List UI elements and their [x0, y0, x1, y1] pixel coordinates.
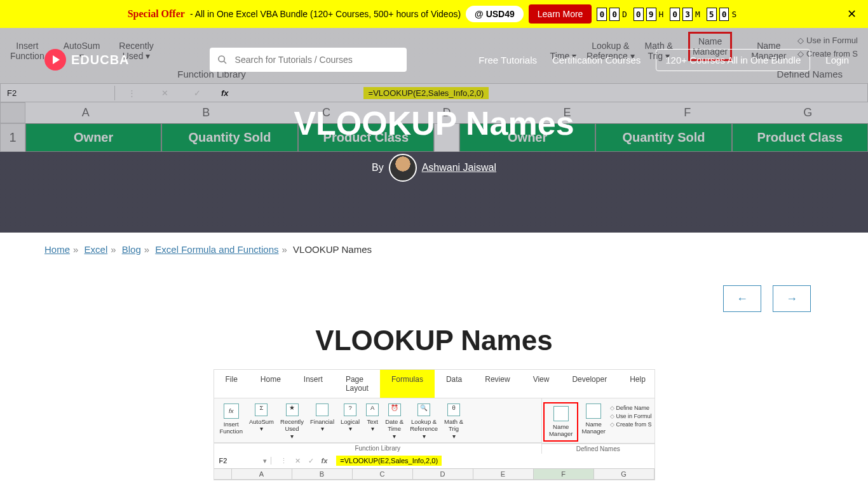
column-headers: A B C D E F G [214, 469, 654, 480]
prev-button[interactable]: ← [723, 285, 761, 312]
tab-view: View [522, 370, 561, 398]
ribbon-name-manager-highlighted: Name Manager [543, 402, 579, 442]
tab-formulas: Formulas [380, 370, 435, 398]
col-f-selected: F [534, 469, 594, 479]
learn-more-button[interactable]: Learn More [529, 4, 592, 24]
breadcrumb: Home» Excel» Blog» Excel Formula and Fun… [0, 233, 868, 266]
tab-home: Home [249, 370, 292, 398]
ribbon-math: θMath & Trig▾ [441, 402, 466, 441]
ribbon-lookup: 🔍Lookup & Reference▾ [407, 402, 441, 441]
promo-text: - All in One Excel VBA Bundle (120+ Cour… [190, 9, 461, 19]
countdown-s1: 5 [707, 8, 717, 21]
breadcrumb-formula[interactable]: Excel Formula and Functions [155, 244, 278, 255]
special-offer-label: Special Offer [128, 8, 185, 20]
next-button[interactable]: → [773, 285, 811, 312]
excel-tabs: File Home Insert Page Layout Formulas Da… [214, 370, 654, 398]
ribbon-defined-names-list: Define Name Use in Formul Create from S [609, 402, 653, 430]
countdown-seconds-label: S [731, 10, 736, 19]
countdown-hours-label: H [659, 10, 664, 19]
tab-file: File [214, 370, 249, 398]
ribbon-recently-used: ★Recently Used▾ [277, 402, 307, 441]
countdown-minutes-label: M [695, 10, 700, 19]
formula-bar: F2 ⋮✕✓fx =VLOOKUP(E2,Sales_Info,2,0) [214, 454, 654, 469]
breadcrumb-excel[interactable]: Excel [85, 244, 108, 255]
countdown-h1: 0 [634, 8, 644, 21]
ribbon-define-name: Define Name [610, 405, 652, 411]
col-g: G [594, 469, 654, 479]
countdown-h2: 9 [646, 8, 656, 21]
article-title: VLOOKUP Names [0, 325, 868, 356]
ribbon-insert-function: fxInsert Function [217, 402, 246, 437]
page-title: VLOOKUP Names [294, 104, 574, 142]
promo-bar: Special Offer - All in One Excel VBA Bun… [0, 0, 868, 28]
tab-page-layout: Page Layout [334, 370, 380, 398]
breadcrumb-home[interactable]: Home [44, 244, 70, 255]
countdown-days-label: D [622, 10, 627, 19]
author-avatar [389, 154, 417, 182]
close-icon[interactable]: ✕ [847, 7, 857, 21]
author-link[interactable]: Ashwani Jaiswal [422, 162, 496, 173]
tab-help: Help [618, 370, 657, 398]
countdown-d1: 0 [597, 8, 607, 21]
excel-ribbon: fxInsert Function ΣAutoSum▾ ★Recently Us… [214, 398, 541, 443]
col-c: C [353, 469, 413, 479]
cell-reference: F2 [214, 457, 271, 464]
ribbon-use-in-formula: Use in Formul [610, 413, 652, 419]
function-library-label: Function Library [214, 443, 541, 453]
ribbon-create-from: Create from S [610, 421, 652, 428]
col-b: B [292, 469, 353, 479]
price-badge: @ USD49 [466, 6, 524, 22]
author-row: By Ashwani Jaiswal [372, 154, 496, 182]
col-e: E [473, 469, 534, 479]
countdown-d2: 0 [609, 8, 620, 21]
by-label: By [372, 162, 384, 173]
ribbon-financial: Financial▾ [307, 402, 337, 434]
breadcrumb-current: VLOOKUP Names [293, 244, 372, 255]
ribbon-text: AText▾ [363, 402, 382, 434]
tab-developer: Developer [560, 370, 618, 398]
nav-arrows: ← → [0, 266, 868, 325]
tab-data: Data [435, 370, 473, 398]
defined-names-label: Defined Names [542, 444, 654, 454]
countdown-m1: 0 [670, 8, 680, 21]
countdown-m2: 3 [682, 8, 693, 21]
ribbon-datetime: ⏰Date & Time▾ [382, 402, 407, 441]
countdown: 00D 09H 03M 50S [597, 8, 740, 21]
ribbon-logical: ?Logical▾ [337, 402, 363, 434]
breadcrumb-blog[interactable]: Blog [122, 244, 141, 255]
col-a: A [232, 469, 292, 479]
col-d: D [413, 469, 473, 479]
tab-insert: Insert [292, 370, 334, 398]
ribbon-name-manager-2: Name Manager [578, 402, 609, 437]
ribbon-autosum: ΣAutoSum▾ [246, 402, 277, 434]
tab-review: Review [473, 370, 521, 398]
excel-screenshot: File Home Insert Page Layout Formulas Da… [214, 369, 655, 480]
hero-area: Insert Function AutoSum▾ Recently Used ▾… [0, 28, 868, 233]
countdown-s2: 0 [719, 8, 729, 21]
hero-content: VLOOKUP Names By Ashwani Jaiswal [0, 28, 868, 233]
formula-value: =VLOOKUP(E2,Sales_Info,2,0) [336, 456, 442, 466]
